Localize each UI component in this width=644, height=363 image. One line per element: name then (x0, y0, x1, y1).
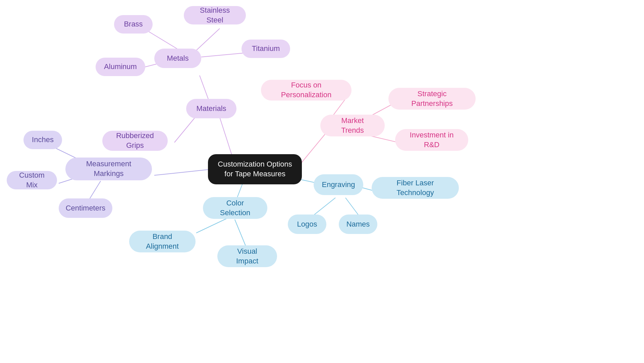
aluminum-node: Aluminum (96, 58, 145, 76)
focus-personalization-label: Focus on Personalization (270, 80, 342, 100)
centimeters-node: Centimeters (59, 198, 112, 218)
custom-mix-label: Custom Mix (16, 171, 48, 190)
stainless-steel-label: Stainless Steel (193, 6, 236, 25)
engraving-label: Engraving (322, 180, 355, 190)
market-trends-label: Market Trends (330, 116, 375, 135)
svg-line-18 (235, 220, 247, 248)
strategic-partnerships-label: Strategic Partnerships (398, 89, 466, 108)
materials-node: Materials (186, 99, 236, 118)
inches-label: Inches (32, 135, 54, 145)
centimeters-label: Centimeters (66, 203, 106, 213)
names-node: Names (339, 215, 377, 234)
fiber-laser-technology-label: Fiber Laser Technology (381, 178, 449, 197)
engraving-node: Engraving (314, 174, 363, 195)
color-selection-node: Color Selection (203, 197, 267, 219)
color-selection-label: Color Selection (212, 198, 258, 218)
brass-node: Brass (114, 15, 153, 34)
market-trends-node: Market Trends (320, 115, 385, 136)
brand-alignment-node: Brand Alignment (129, 231, 196, 252)
custom-mix-node: Custom Mix (7, 171, 57, 189)
materials-label: Materials (196, 104, 226, 114)
metals-node: Metals (154, 49, 201, 68)
svg-line-2 (300, 130, 329, 164)
titanium-node: Titanium (241, 40, 290, 58)
svg-line-13 (88, 181, 101, 201)
titanium-label: Titanium (252, 44, 280, 54)
svg-line-1 (154, 169, 211, 175)
stainless-steel-node: Stainless Steel (184, 6, 246, 24)
rubberized-grips-node: Rubberized Grips (102, 131, 168, 151)
svg-line-8 (195, 28, 220, 52)
logos-node: Logos (288, 215, 326, 234)
aluminum-label: Aluminum (104, 62, 137, 72)
measurement-markings-node: Measurement Markings (65, 158, 152, 180)
visual-impact-label: Visual Impact (227, 247, 268, 266)
investment-rd-node: Investment in R&D (395, 129, 468, 151)
investment-rd-label: Investment in R&D (405, 130, 459, 149)
inches-node: Inches (23, 131, 62, 149)
visual-impact-node: Visual Impact (217, 245, 277, 267)
logos-label: Logos (297, 220, 317, 229)
fiber-laser-technology-node: Fiber Laser Technology (372, 177, 459, 199)
svg-line-17 (196, 218, 228, 233)
focus-on-personalization-node: Focus on Personalization (261, 80, 352, 101)
strategic-partnerships-node: Strategic Partnerships (388, 88, 476, 110)
center-label: Customization Options for Tape Measures (217, 160, 292, 179)
rubberized-grips-label: Rubberized Grips (112, 131, 158, 150)
measurement-markings-label: Measurement Markings (75, 159, 143, 178)
names-label: Names (346, 220, 370, 229)
brass-label: Brass (124, 19, 143, 29)
brand-alignment-label: Brand Alignment (139, 232, 186, 251)
center-node: Customization Options for Tape Measures (208, 154, 302, 184)
svg-line-9 (201, 53, 248, 57)
metals-label: Metals (167, 54, 189, 63)
